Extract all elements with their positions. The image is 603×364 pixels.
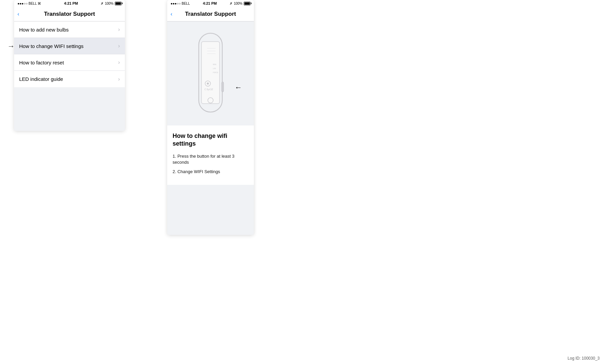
battery-fill-s1 [115,2,121,5]
carrier-label-s2: ●●●○○ BELL [171,2,190,5]
list-item-led-guide-label: LED indicator guide [19,76,63,82]
chevron-led-guide-icon: › [118,76,120,82]
battery-icon-s1 [115,2,122,5]
wifi-icon-s1: ⌘ [38,2,41,5]
carrier-group: ●●●○○ BELL ⌘ [17,2,41,5]
svg-rect-2 [222,82,224,92]
status-bar-screen2: ●●●○○ BELL 4:21 PM ✗ 100% [167,0,254,7]
list-item-led-guide[interactable]: LED indicator guide › [14,71,125,87]
svg-text:WAN: WAN [213,64,216,65]
chevron-add-bulbs-icon: › [118,27,120,33]
nav-bar-screen1: ‹ Translator Support [14,7,125,21]
svg-text:C·byGE: C·byGE [204,88,213,91]
nav-title-s2: Translator Support [185,11,236,17]
detail-text-area: How to change wifi settings 1. Press the… [167,125,254,185]
status-bar-screen1: ●●●○○ BELL ⌘ 4:21 PM ✗ 100% [14,0,125,7]
battery-percent-s2: 100% [234,2,242,5]
carrier-label: ●●●○○ BELL [17,2,37,5]
detail-arrow-icon: ← [235,83,242,92]
detail-footer [167,185,254,235]
list-item-change-wifi[interactable]: How to change WIFI settings › [14,38,125,54]
battery-fill-s2 [244,2,250,5]
carrier-group-s2: ●●●○○ BELL [171,2,190,5]
screen1-list: ●●●○○ BELL ⌘ 4:21 PM ✗ 100% ‹ Translator… [14,0,125,131]
screen2-detail: ●●●○○ BELL 4:21 PM ✗ 100% ‹ Translator S… [167,0,254,235]
nav-title-s1: Translator Support [44,11,95,17]
right-status-s1: ✗ 100% [101,2,122,5]
detail-title: How to change wifi settings [173,132,248,148]
right-status-s2: ✗ 100% [230,2,250,5]
chevron-change-wifi-icon: › [118,43,120,49]
device-illustration: C·byGE WAN LAN FORCE ← [167,21,254,125]
list-footer-s1 [14,87,125,131]
battery-percent-s1: 100% [105,2,113,5]
svg-text:LAN: LAN [213,68,216,69]
time-s2: 4:21 PM [203,1,217,5]
navigation-arrow: → [7,42,15,51]
bluetooth-icon-s1: ✗ [101,2,103,5]
log-id: Log ID: 100030_3 [568,356,600,361]
list-item-add-bulbs-label: How to add new bulbs [19,27,69,33]
list-item-factory-reset[interactable]: How to factory reset › [14,54,125,71]
back-chevron-s1: ‹ [17,11,19,17]
device-svg: C·byGE WAN LAN FORCE [190,32,231,115]
battery-icon-s2 [244,2,250,5]
back-chevron-s2: ‹ [171,11,172,17]
back-button-s1[interactable]: ‹ [17,11,19,17]
nav-bar-screen2: ‹ Translator Support [167,7,254,21]
list-item-factory-reset-label: How to factory reset [19,60,64,65]
back-button-s2[interactable]: ‹ [171,11,172,17]
list-item-change-wifi-label: How to change WIFI settings [19,43,84,49]
detail-step-1: 1. Press the button for at least 3 secon… [173,153,248,165]
svg-text:FORCE: FORCE [213,72,218,73]
support-list: How to add new bulbs › How to change WIF… [14,21,125,87]
bluetooth-icon-s2: ✗ [230,2,232,5]
chevron-factory-reset-icon: › [118,59,120,65]
time-s1: 4:21 PM [64,1,78,5]
detail-step-2: 2. Change WIFI Settings [173,169,248,175]
svg-point-8 [207,83,209,85]
list-item-add-bulbs[interactable]: How to add new bulbs › [14,21,125,38]
